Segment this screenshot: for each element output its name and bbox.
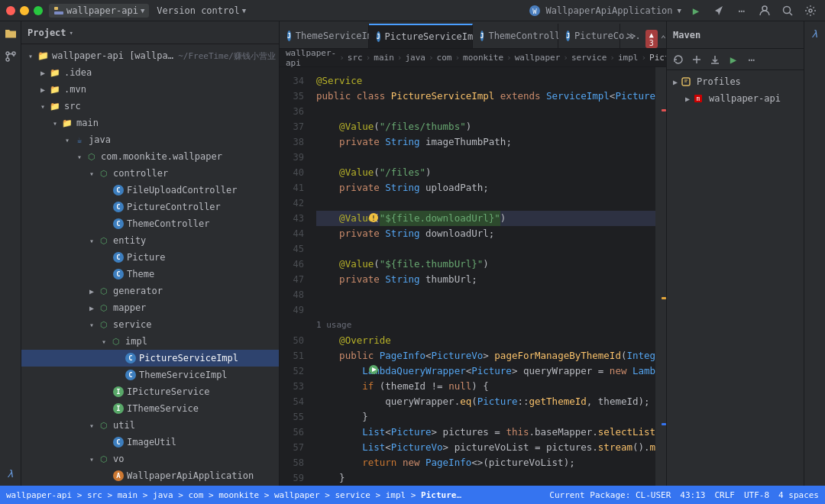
svg-text:W: W (533, 7, 538, 15)
traffic-light-red[interactable] (6, 6, 15, 15)
tree-item-controller[interactable]: ▾ ⬡ controller (21, 165, 279, 182)
tree-item-mvn[interactable]: ▶ 📁 .mvn (21, 81, 279, 98)
maven-refresh-btn[interactable] (670, 51, 687, 68)
run-line-icon[interactable] (310, 349, 379, 395)
project-panel-header: Project ▾ (21, 21, 279, 44)
tab-pictureco[interactable]: J PictureCo... (558, 24, 620, 48)
tree-item-theme-entity[interactable]: ▶ C Theme (21, 266, 279, 283)
breadcrumb-item[interactable]: com (437, 53, 452, 63)
expand-icon[interactable]: ⌃ (661, 34, 666, 44)
tab-more-button[interactable]: ≫ (620, 24, 642, 48)
sidebar-icon-folder[interactable] (2, 24, 20, 43)
code-line-41: private String uploadPath; (316, 180, 655, 195)
maven-tree[interactable]: ▶ Profiles ▶ m wallpaper-api (667, 70, 804, 486)
tree-item-fileupload[interactable]: ▶ C FileUploadController (21, 182, 279, 199)
maven-download-btn[interactable] (707, 51, 723, 68)
maven-profiles-label: Profiles (697, 76, 741, 87)
status-crlf[interactable]: CRLF (714, 490, 735, 500)
breadcrumb-item[interactable]: PictureServiceImpl (649, 53, 666, 63)
tree-item-app[interactable]: ▶ A WallpaperApiApplication (21, 467, 279, 484)
maven-add-btn[interactable] (688, 51, 705, 68)
tree-item-impl[interactable]: ▾ ⬡ impl (21, 333, 279, 350)
maven-label: Maven (673, 30, 700, 40)
tab-more-icon: ≫ (626, 31, 636, 41)
project-tree[interactable]: ▾ 📁 wallpaper-api [wallpaper] ~/FreeTime… (21, 44, 279, 486)
sidebar-icon-lambda[interactable]: λ (2, 464, 20, 483)
code-line-56: List<Picture> pictures = this.baseMapper… (316, 425, 655, 440)
tree-item-generator[interactable]: ▶ ⬡ generator (21, 283, 279, 299)
breadcrumb-item[interactable]: impl (618, 53, 639, 63)
hint-icon: ! (310, 197, 379, 243)
maven-more-btn[interactable]: ⋯ (743, 51, 760, 68)
traffic-light-green[interactable] (34, 6, 43, 15)
tab-themecontroller[interactable]: J ThemeController.java (473, 24, 559, 48)
scrollbar-gutter[interactable] (655, 67, 666, 486)
traffic-light-yellow[interactable] (20, 6, 29, 15)
status-position[interactable]: 43:13 (680, 490, 705, 500)
tab-bar: J ThemeServiceImpl.java J PictureService… (280, 21, 666, 49)
maven-run-btn[interactable]: ▶ (725, 51, 742, 68)
tree-item-idea[interactable]: ▶ 📁 .idea (21, 64, 279, 81)
version-control-menu[interactable]: Version control ▼ (152, 4, 251, 18)
search-button[interactable] (779, 2, 796, 19)
build-button[interactable] (710, 2, 727, 19)
line-numbers: 34 35 36 37 38 39 40 41 42 43 44 45 46 4… (280, 67, 310, 486)
more-button[interactable]: ⋯ (733, 2, 750, 19)
tree-item-service[interactable]: ▾ ⬡ service (21, 316, 279, 333)
editor-content[interactable]: 34 35 36 37 38 39 40 41 42 43 44 45 46 4… (280, 67, 666, 486)
tab-pictureserviceimpl[interactable]: J PictureServiceImpl.java ✕ (369, 24, 473, 48)
tree-item-src[interactable]: ▾ 📁 src (21, 98, 279, 115)
app-title: WallpaperApiApplication (545, 5, 672, 16)
breadcrumb-bar: wallpaper-api › src › main › java › com … (280, 49, 666, 67)
project-panel: Project ▾ ▾ 📁 wallpaper-api [wallpaper] … (21, 21, 280, 486)
code-line-37: @Value("/files/thumbs") (316, 119, 655, 134)
status-bar-right: Current Package: CL-USER 43:13 CRLF UTF-… (549, 490, 819, 500)
settings-button[interactable] (802, 2, 819, 19)
breadcrumb-item[interactable]: service (571, 53, 607, 63)
breadcrumb-item[interactable]: java (405, 53, 425, 63)
code-line-usage-50: 1 usage (316, 318, 655, 333)
tree-item-mapper[interactable]: ▶ ⬡ mapper (21, 299, 279, 316)
gutter-error-mark-1 (662, 109, 666, 111)
tree-item-themeserviceimpl[interactable]: ▶ C ThemeServiceImpl (21, 367, 279, 383)
tree-item-entity[interactable]: ▾ ⬡ entity (21, 232, 279, 249)
tree-item-ipictureservice[interactable]: ▶ I IPictureService (21, 383, 279, 400)
tree-item-java[interactable]: ▾ ☕ java (21, 131, 279, 148)
tree-item-ithemeservice[interactable]: ▶ I IThemeService (21, 400, 279, 417)
project-menu[interactable]: wallpaper-api ▼ (49, 4, 149, 18)
status-encoding[interactable]: UTF-8 (744, 490, 769, 500)
maven-item-wallpaper-api[interactable]: ▶ m wallpaper-api (667, 90, 804, 107)
tab-themeserviceimpl[interactable]: J ThemeServiceImpl.java (280, 24, 369, 48)
code-line-39 (316, 150, 655, 165)
project-name: wallpaper-api (66, 5, 138, 16)
code-line-51: public PageInfo<PictureVo> pageForManage… (316, 348, 655, 363)
tree-item-main[interactable]: ▾ 📁 main (21, 115, 279, 131)
tree-item-util[interactable]: ▾ ⬡ util (21, 417, 279, 434)
refresh-icon (673, 54, 684, 65)
code-line-57: List<PictureVo> pictureVoList = pictures… (316, 440, 655, 455)
tree-item-package[interactable]: ▾ ⬡ com.moonkite.wallpaper (21, 148, 279, 165)
profile-button[interactable] (756, 2, 773, 19)
run-button[interactable]: ▶ (688, 2, 704, 19)
code-line-45 (316, 241, 655, 257)
status-indent[interactable]: 4 spaces (778, 490, 819, 500)
tree-item-picturecontroller[interactable]: ▶ C PictureController (21, 199, 279, 215)
tree-item-pictureserviceimpl[interactable]: ▶ C PictureServiceImpl (21, 350, 279, 367)
code-editor[interactable]: @Service ↕ public class PictureServiceIm… (310, 67, 655, 486)
breadcrumb-item[interactable]: main (374, 53, 394, 63)
breadcrumb-item[interactable]: moonkite (463, 53, 503, 63)
sidebar-icon-git[interactable] (2, 47, 20, 66)
code-line-54: queryWrapper.eq(Picture::getThemeId, the… (316, 394, 655, 409)
tree-item-root[interactable]: ▾ 📁 wallpaper-api [wallpaper] ~/FreeTime… (21, 47, 279, 64)
tree-item-themecontroller[interactable]: ▶ C ThemeController (21, 215, 279, 232)
breadcrumb-item[interactable]: src (348, 53, 363, 63)
code-line-40: @Value("/files") (316, 165, 655, 180)
maven-more-icon: ⋯ (749, 53, 755, 66)
breadcrumb-item[interactable]: wallpaper (515, 53, 561, 63)
tree-item-imageutil[interactable]: ▶ C ImageUtil (21, 434, 279, 451)
tree-item-vo[interactable]: ▾ ⬡ vo (21, 451, 279, 467)
breadcrumb-item[interactable]: wallpaper-api (286, 48, 336, 68)
tree-item-picture-entity[interactable]: ▶ C Picture (21, 249, 279, 266)
right-sidebar-icon-lambda[interactable]: λ (806, 24, 824, 43)
maven-item-profiles[interactable]: ▶ Profiles (667, 73, 804, 90)
